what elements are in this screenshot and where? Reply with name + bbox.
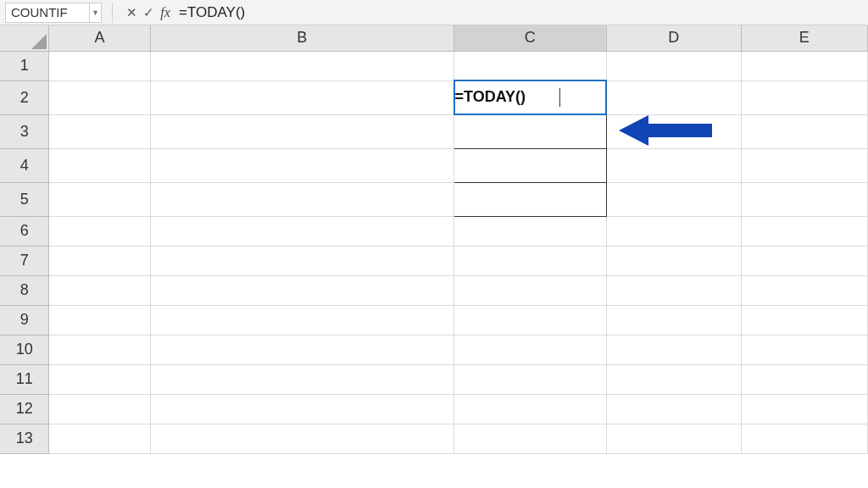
cell-A2[interactable] xyxy=(49,80,150,114)
row-header-12[interactable]: 12 xyxy=(0,394,49,424)
cell-D10[interactable] xyxy=(606,335,741,364)
fx-icon[interactable]: fx xyxy=(157,3,174,23)
cell-C5[interactable] xyxy=(454,182,606,216)
row-header-13[interactable]: 13 xyxy=(0,424,49,453)
row-header-4[interactable]: 4 xyxy=(0,148,49,182)
cell-A6[interactable] xyxy=(49,216,150,246)
separator xyxy=(112,3,113,23)
cell-E9[interactable] xyxy=(741,305,867,335)
cell-A11[interactable] xyxy=(49,364,150,394)
cell-B11[interactable] xyxy=(150,364,453,394)
cell-D8[interactable] xyxy=(606,275,741,305)
cell-A3[interactable] xyxy=(49,114,150,148)
cell-D4[interactable] xyxy=(606,148,741,182)
row-header-1[interactable]: 1 xyxy=(0,51,49,80)
cell-E3[interactable] xyxy=(741,114,867,148)
cell-D5[interactable] xyxy=(606,182,741,216)
cell-C4[interactable] xyxy=(454,148,606,182)
cell-D7[interactable] xyxy=(606,246,741,275)
cell-B1[interactable] xyxy=(150,51,453,80)
row-header-2[interactable]: 2 xyxy=(0,80,49,114)
cell-D11[interactable] xyxy=(606,364,741,394)
column-header-E[interactable]: E xyxy=(741,25,867,51)
cell-C3[interactable] xyxy=(454,114,606,148)
cell-D12[interactable] xyxy=(606,394,741,424)
cell-A5[interactable] xyxy=(49,182,150,216)
cell-B6[interactable] xyxy=(150,216,453,246)
cell-E5[interactable] xyxy=(741,182,867,216)
label-cell-b4[interactable]: Current Month xyxy=(150,148,453,182)
cell-A10[interactable] xyxy=(49,335,150,364)
cell-E6[interactable] xyxy=(741,216,867,246)
column-header-C[interactable]: C xyxy=(454,25,606,51)
formula-bar: COUNTIF ▼ ✕ ✓ fx =TODAY() xyxy=(0,0,868,25)
text-cursor-icon xyxy=(559,88,560,107)
cell-C7[interactable] xyxy=(454,246,606,275)
cell-B10[interactable] xyxy=(150,335,453,364)
cell-E13[interactable] xyxy=(741,424,867,453)
column-header-A[interactable]: A xyxy=(49,25,150,51)
cell-A4[interactable] xyxy=(49,148,150,182)
formula-input-text: =TODAY() xyxy=(179,4,245,21)
column-header-D[interactable]: D xyxy=(606,25,741,51)
cell-B12[interactable] xyxy=(150,394,453,424)
cell-C6[interactable] xyxy=(454,216,606,246)
cell-C11[interactable] xyxy=(454,364,606,394)
cell-B8[interactable] xyxy=(150,275,453,305)
confirm-icon[interactable]: ✓ xyxy=(140,3,157,23)
cell-C1[interactable] xyxy=(454,51,606,80)
formula-input[interactable]: =TODAY() xyxy=(179,3,868,23)
name-box[interactable]: COUNTIF xyxy=(5,3,90,23)
cell-A12[interactable] xyxy=(49,394,150,424)
cell-B9[interactable] xyxy=(150,305,453,335)
cell-A1[interactable] xyxy=(49,51,150,80)
cell-A9[interactable] xyxy=(49,305,150,335)
cell-E11[interactable] xyxy=(741,364,867,394)
cell-E12[interactable] xyxy=(741,394,867,424)
row-header-10[interactable]: 10 xyxy=(0,335,49,364)
cell-C12[interactable] xyxy=(454,394,606,424)
row-header-9[interactable]: 9 xyxy=(0,305,49,335)
label-cell-b5[interactable]: Current Date + 14 Days xyxy=(150,182,453,216)
select-all-corner[interactable] xyxy=(0,25,49,51)
cell-E10[interactable] xyxy=(741,335,867,364)
row-header-11[interactable]: 11 xyxy=(0,364,49,394)
cell-C13[interactable] xyxy=(454,424,606,453)
row-header-8[interactable]: 8 xyxy=(0,275,49,305)
cancel-icon[interactable]: ✕ xyxy=(123,3,140,23)
cell-E7[interactable] xyxy=(741,246,867,275)
row-header-5[interactable]: 5 xyxy=(0,182,49,216)
column-header-B[interactable]: B xyxy=(150,25,453,51)
name-box-text: COUNTIF xyxy=(11,5,68,19)
active-cell-editor[interactable]: =TODAY() xyxy=(454,80,606,114)
cell-A13[interactable] xyxy=(49,424,150,453)
cell-E4[interactable] xyxy=(741,148,867,182)
cell-C10[interactable] xyxy=(454,335,606,364)
cell-A7[interactable] xyxy=(49,246,150,275)
cell-C8[interactable] xyxy=(454,275,606,305)
cell-D1[interactable] xyxy=(606,51,741,80)
row-header-6[interactable]: 6 xyxy=(0,216,49,246)
label-cell-b2[interactable]: Current Date xyxy=(150,80,453,114)
cell-C9[interactable] xyxy=(454,305,606,335)
cell-B7[interactable] xyxy=(150,246,453,275)
cell-A8[interactable] xyxy=(49,275,150,305)
cell-B13[interactable] xyxy=(150,424,453,453)
cell-E2[interactable] xyxy=(741,80,867,114)
cell-D6[interactable] xyxy=(606,216,741,246)
cell-D3[interactable] xyxy=(606,114,741,148)
cell-E8[interactable] xyxy=(741,275,867,305)
row-header-7[interactable]: 7 xyxy=(0,246,49,275)
cell-D2[interactable] xyxy=(606,80,741,114)
cell-D13[interactable] xyxy=(606,424,741,453)
label-cell-b3[interactable]: Current Day xyxy=(150,114,453,148)
row-header-3[interactable]: 3 xyxy=(0,114,49,148)
name-box-dropdown[interactable]: ▼ xyxy=(90,3,102,23)
cell-E1[interactable] xyxy=(741,51,867,80)
cell-D9[interactable] xyxy=(606,305,741,335)
worksheet-grid[interactable]: ABCDE12Current Date=TODAY()3Current Day4… xyxy=(0,25,868,454)
